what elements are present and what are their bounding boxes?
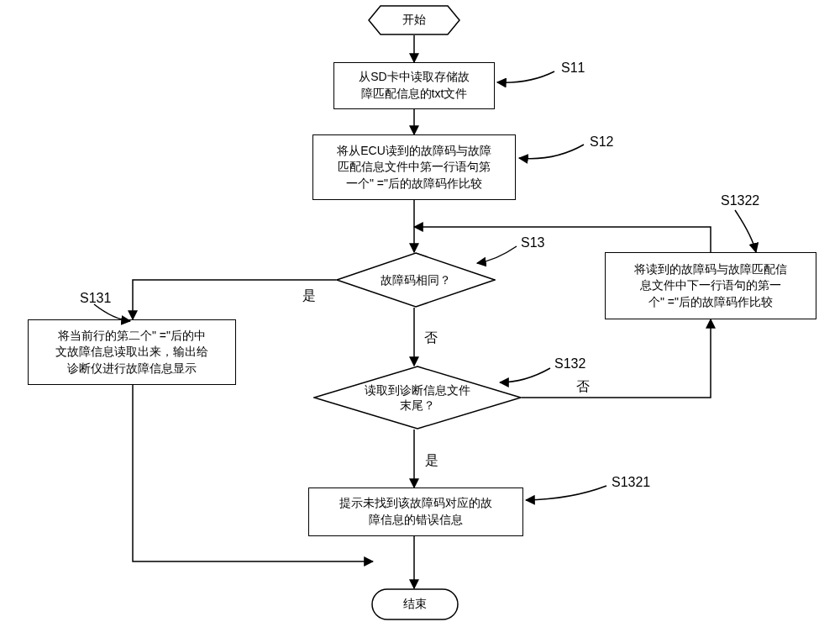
tag-s131: S131 <box>80 291 111 306</box>
branch-s132-yes: 是 <box>425 452 438 470</box>
decision-s132: 读取到诊断信息文件 末尾？ <box>313 366 522 430</box>
step-s1322: 将读到的故障码与故障匹配信 息文件中下一行语句的第一 个" ="后的故障码作比较 <box>605 252 816 319</box>
branch-s13-yes: 是 <box>302 287 316 305</box>
tag-s13: S13 <box>521 235 544 250</box>
branch-s13-no: 否 <box>424 329 438 347</box>
start-label: 开始 <box>402 13 426 28</box>
start-terminator: 开始 <box>368 5 460 35</box>
end-label: 结束 <box>403 597 427 612</box>
branch-s132-no: 否 <box>576 378 590 396</box>
decision-s13-label: 故障码相同？ <box>381 272 451 287</box>
tag-s11: S11 <box>561 61 585 76</box>
step-s11: 从SD卡中读取存储故 障匹配信息的txt文件 <box>333 62 495 109</box>
step-s1321: 提示未找到该故障码对应的故 障信息的错误信息 <box>308 488 523 536</box>
step-s131: 将当前行的第二个" ="后的中 文故障信息读取出来，输出给 诊断仪进行故障信息显… <box>28 319 236 385</box>
step-s12: 将从ECU读到的故障码与故障 匹配信息文件中第一行语句第 一个" ="后的故障码… <box>312 134 516 200</box>
end-terminator: 结束 <box>371 588 459 620</box>
tag-s1321: S1321 <box>612 475 650 490</box>
decision-s132-label: 读取到诊断信息文件 末尾？ <box>365 382 470 413</box>
decision-s13: 故障码相同？ <box>336 252 496 308</box>
flowchart-canvas: 开始 从SD卡中读取存储故 障匹配信息的txt文件 将从ECU读到的故障码与故障… <box>0 0 840 643</box>
tag-s1322: S1322 <box>721 193 759 208</box>
tag-s12: S12 <box>590 134 613 150</box>
tag-s132: S132 <box>554 356 585 372</box>
